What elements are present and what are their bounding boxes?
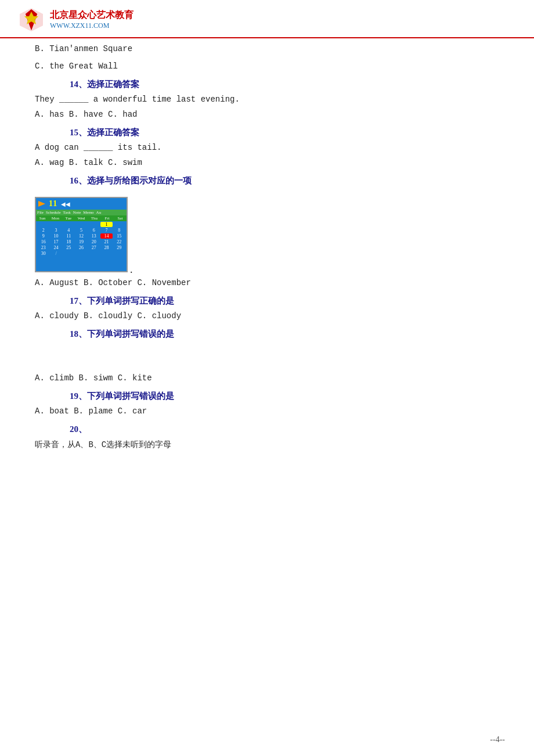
option-c-text: C. the Great Wall	[35, 62, 499, 71]
q19-title: 19、下列单词拼写错误的是	[70, 391, 499, 402]
q14-title: 14、选择正确答案	[70, 79, 499, 90]
period-after-image: .	[130, 264, 133, 276]
q18-options: A. climb B. siwm C. kite	[35, 373, 499, 383]
q16-options: A. August B. October C. November	[35, 278, 499, 287]
logo-name: 北京星众心艺术教育	[50, 9, 134, 21]
option-b-text: B. Tian'anmen Square	[35, 44, 499, 53]
q14-stem: They ______ a wonderful time last evenin…	[35, 95, 499, 104]
q20-stem: 听录音，从A、B、C选择未听到的字母	[35, 440, 499, 450]
logo-icon	[17, 6, 45, 34]
logo-url: WWW.XZX11.COM	[50, 21, 134, 31]
cal-month: 11	[49, 199, 57, 208]
logo: 北京星众心艺术教育 WWW.XZX11.COM	[17, 6, 134, 34]
question-19: 19、下列单词拼写错误的是 A. boat B. plame C. car	[35, 391, 499, 416]
cal-nav: ◀◀	[61, 201, 70, 207]
q18-blank	[35, 344, 499, 373]
page-header: 北京星众心艺术教育 WWW.XZX11.COM	[0, 0, 534, 38]
main-content: B. Tian'anmen Square C. the Great Wall 1…	[0, 38, 534, 476]
q14-options: A. has B. have C. had	[35, 110, 499, 119]
cal-days-header: SunMonTueWedThuFriSat	[36, 215, 127, 221]
page-number: --4--	[490, 735, 505, 744]
question-18: 18、下列单词拼写错误的是 A. climb B. siwm C. kite	[35, 329, 499, 383]
logo-text: 北京星众心艺术教育 WWW.XZX11.COM	[50, 9, 134, 30]
q15-title: 15、选择正确答案	[70, 127, 499, 138]
question-16: 16、选择与所给图示对应的一项 11 ◀◀ FileScheduleTaskNo…	[35, 175, 499, 287]
q18-title: 18、下列单词拼写错误的是	[70, 329, 499, 340]
cal-flag-icon	[38, 201, 45, 207]
q15-stem: A dog can ______ its tail.	[35, 143, 499, 152]
option-b-block: B. Tian'anmen Square	[35, 44, 499, 53]
q15-options: A. wag B. talk C. swim	[35, 158, 499, 167]
question-17: 17、下列单词拼写正确的是 A. cloudy B. cloudly C. cl…	[35, 296, 499, 321]
question-20: 20、 听录音，从A、B、C选择未听到的字母	[35, 424, 499, 450]
q16-title: 16、选择与所给图示对应的一项	[70, 175, 499, 186]
cal-grid: 1 2 3 4 5 6 7 8 9 10 11 12 13 14	[36, 221, 127, 257]
q17-options: A. cloudy B. cloudly C. cluody	[35, 311, 499, 321]
question-15: 15、选择正确答案 A dog can ______ its tail. A. …	[35, 127, 499, 167]
q19-options: A. boat B. plame C. car	[35, 406, 499, 416]
q17-title: 17、下列单词拼写正确的是	[70, 296, 499, 307]
cal-toolbar: FileScheduleTaskNoteMemoAu	[36, 210, 127, 215]
option-c-block: C. the Great Wall	[35, 62, 499, 71]
question-14: 14、选择正确答案 They ______ a wonderful time l…	[35, 79, 499, 119]
calendar-image: 11 ◀◀ FileScheduleTaskNoteMemoAu SunMonT…	[35, 197, 128, 272]
q20-title: 20、	[70, 424, 499, 435]
